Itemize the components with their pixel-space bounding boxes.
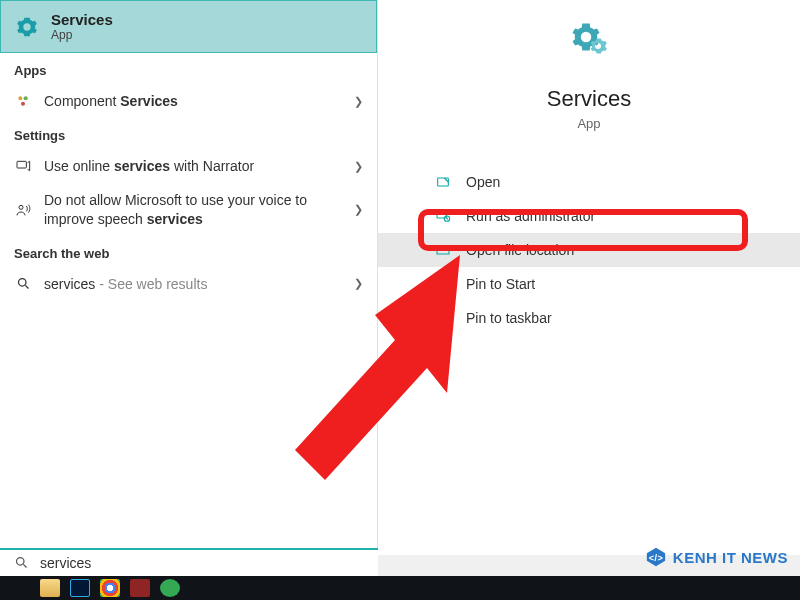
detail-panel: Services App Open Run as administrator O…: [378, 0, 800, 555]
services-gear-icon: [571, 22, 607, 58]
ctx-open[interactable]: Open: [378, 165, 800, 199]
svg-point-0: [18, 96, 22, 100]
svg-rect-6: [438, 178, 449, 186]
detail-subtitle: App: [577, 116, 600, 131]
ctx-label: Run as administrator: [466, 208, 595, 224]
speech-icon: [14, 201, 32, 219]
ctx-pin-to-start[interactable]: Pin to Start: [378, 267, 800, 301]
pin-icon: [434, 309, 452, 327]
taskbar-chrome-icon[interactable]: [100, 579, 120, 597]
taskbar-photoshop-icon[interactable]: [70, 579, 90, 597]
result-label: Do not allow Microsoft to use your voice…: [44, 191, 342, 227]
watermark: </> KENH IT NEWS: [645, 546, 788, 568]
chevron-right-icon: ❯: [354, 95, 363, 108]
result-web-services[interactable]: services - See web results ❯: [0, 267, 377, 301]
result-component-services[interactable]: Component Services ❯: [0, 84, 377, 118]
svg-rect-3: [17, 162, 26, 169]
svg-text:</>: </>: [649, 553, 664, 563]
pin-icon: [434, 275, 452, 293]
open-icon: [434, 173, 452, 191]
svg-point-5: [18, 279, 26, 287]
search-icon: [14, 275, 32, 293]
services-gear-icon: [15, 15, 39, 39]
result-speech-services[interactable]: Do not allow Microsoft to use your voice…: [0, 183, 377, 235]
best-match-item[interactable]: Services App: [0, 0, 377, 53]
search-input[interactable]: [40, 555, 364, 571]
result-label: Component Services: [44, 92, 342, 110]
ctx-pin-to-taskbar[interactable]: Pin to taskbar: [378, 301, 800, 335]
search-icon: [14, 555, 30, 571]
ctx-label: Pin to taskbar: [466, 310, 552, 326]
best-match-title: Services: [51, 11, 113, 28]
ctx-label: Pin to Start: [466, 276, 535, 292]
ctx-label: Open file location: [466, 242, 574, 258]
narrator-icon: [14, 157, 32, 175]
ctx-open-file-location[interactable]: Open file location: [378, 233, 800, 267]
taskbar-app-icon[interactable]: [160, 579, 180, 597]
result-narrator-services[interactable]: Use online services with Narrator ❯: [0, 149, 377, 183]
component-services-icon: [14, 92, 32, 110]
apps-section-header: Apps: [0, 53, 377, 84]
chevron-right-icon: ❯: [354, 203, 363, 216]
settings-section-header: Settings: [0, 118, 377, 149]
svg-point-2: [21, 102, 25, 106]
best-match-subtitle: App: [51, 28, 113, 42]
taskbar-app-icon[interactable]: [130, 579, 150, 597]
search-results-panel: Services App Apps Component Services ❯ S…: [0, 0, 378, 555]
context-menu: Open Run as administrator Open file loca…: [378, 165, 800, 335]
chevron-right-icon: ❯: [354, 277, 363, 290]
taskbar: [0, 576, 800, 600]
svg-point-1: [24, 96, 28, 100]
svg-point-4: [19, 205, 23, 209]
detail-title: Services: [547, 86, 631, 112]
ctx-run-as-admin[interactable]: Run as administrator: [378, 199, 800, 233]
result-label: Use online services with Narrator: [44, 157, 342, 175]
web-section-header: Search the web: [0, 236, 377, 267]
folder-icon: [434, 241, 452, 259]
svg-point-10: [17, 558, 25, 566]
result-label: services - See web results: [44, 275, 342, 293]
ctx-label: Open: [466, 174, 500, 190]
taskbar-file-explorer-icon[interactable]: [40, 579, 60, 597]
admin-icon: [434, 207, 452, 225]
chevron-right-icon: ❯: [354, 160, 363, 173]
search-bar[interactable]: [0, 548, 378, 576]
